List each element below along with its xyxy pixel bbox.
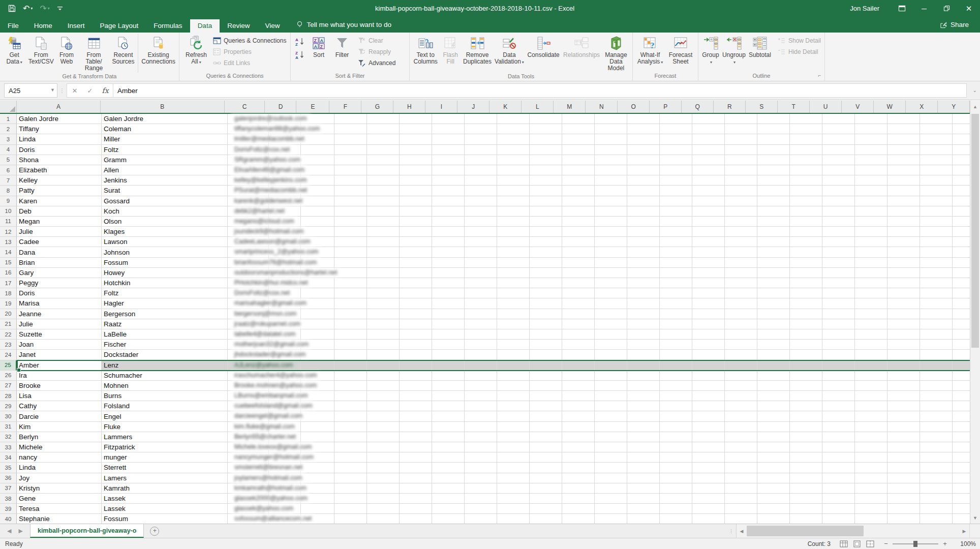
cell-H17[interactable] <box>400 278 432 288</box>
sort-descending-button[interactable]: ZA <box>294 49 306 60</box>
cell-T32[interactable] <box>790 432 822 442</box>
cell-N1[interactable] <box>595 114 627 124</box>
cell-R13[interactable] <box>725 237 757 247</box>
cell-N18[interactable] <box>595 288 627 298</box>
cell-F23[interactable] <box>334 340 367 350</box>
cell-W9[interactable] <box>887 196 920 206</box>
cell-L26[interactable] <box>530 371 562 381</box>
cell-H6[interactable] <box>400 165 432 175</box>
cell-W18[interactable] <box>887 288 920 298</box>
cell-B21[interactable]: Raatz <box>102 319 228 329</box>
cell-V13[interactable] <box>855 237 887 247</box>
cell-R30[interactable] <box>725 411 757 421</box>
cell-O4[interactable] <box>627 145 660 155</box>
cell-T21[interactable] <box>790 319 822 329</box>
cell-O19[interactable] <box>627 298 660 309</box>
cell-T10[interactable] <box>790 206 822 217</box>
ribbon-display-options-icon[interactable] <box>891 0 913 17</box>
cell-F17[interactable] <box>334 278 367 288</box>
cell-M5[interactable] <box>562 155 595 165</box>
cell-C13[interactable]: CadeeLawson@gmail.com <box>228 237 269 247</box>
cell-B11[interactable]: Olson <box>102 217 228 227</box>
cell-J20[interactable] <box>465 309 497 319</box>
cell-W23[interactable] <box>887 340 920 350</box>
row-header-3[interactable]: 3 <box>0 134 17 144</box>
row-header-33[interactable]: 33 <box>0 442 17 452</box>
status-count[interactable]: Count: 3 <box>808 540 831 547</box>
cell-A21[interactable]: Julie <box>17 319 102 329</box>
cell-M32[interactable] <box>562 432 595 442</box>
cell-O18[interactable] <box>627 288 660 298</box>
new-sheet-button[interactable]: + <box>144 524 165 538</box>
cell-L39[interactable] <box>530 504 562 514</box>
cell-M14[interactable] <box>562 247 595 257</box>
cell-J16[interactable] <box>465 268 497 278</box>
cell-L14[interactable] <box>530 247 562 257</box>
cell-T4[interactable] <box>790 145 822 155</box>
cell-I22[interactable] <box>432 329 465 340</box>
cell-T30[interactable] <box>790 411 822 421</box>
cell-V28[interactable] <box>855 391 887 401</box>
cell-M33[interactable] <box>562 442 595 452</box>
cell-B19[interactable]: Hagler <box>102 298 228 309</box>
cell-S2[interactable] <box>757 124 790 134</box>
cell-Q33[interactable] <box>692 442 725 452</box>
page-break-view-icon[interactable] <box>866 540 874 547</box>
cell-G4[interactable] <box>367 145 400 155</box>
cell-R28[interactable] <box>725 391 757 401</box>
cell-X29[interactable] <box>920 401 953 411</box>
row-header-40[interactable]: 40 <box>0 514 17 524</box>
cell-V18[interactable] <box>855 288 887 298</box>
cell-O40[interactable] <box>627 514 660 524</box>
cell-I10[interactable] <box>432 206 465 217</box>
row-header-11[interactable]: 11 <box>0 217 17 227</box>
cell-L17[interactable] <box>530 278 562 288</box>
cell-M11[interactable] <box>562 217 595 227</box>
cell-Y4[interactable] <box>953 145 970 155</box>
cell-Q21[interactable] <box>692 319 725 329</box>
column-header-V[interactable]: V <box>842 101 874 113</box>
cell-X15[interactable] <box>920 258 953 268</box>
cell-U27[interactable] <box>822 381 855 391</box>
cell-P20[interactable] <box>660 309 692 319</box>
cell-B31[interactable]: Fluke <box>102 422 228 432</box>
cell-V16[interactable] <box>855 268 887 278</box>
cell-H4[interactable] <box>400 145 432 155</box>
cell-B27[interactable]: Mohnen <box>102 381 228 391</box>
cell-J32[interactable] <box>465 432 497 442</box>
cell-F37[interactable] <box>334 483 367 494</box>
cell-G3[interactable] <box>367 134 400 144</box>
cell-N12[interactable] <box>595 227 627 237</box>
cell-O31[interactable] <box>627 422 660 432</box>
cell-A34[interactable]: nancy <box>17 452 102 463</box>
cell-A38[interactable]: Gene <box>17 494 102 504</box>
cell-H19[interactable] <box>400 298 432 309</box>
cell-K35[interactable] <box>497 463 530 473</box>
cell-A19[interactable]: Marisa <box>17 298 102 309</box>
column-header-K[interactable]: K <box>489 101 522 113</box>
cell-W21[interactable] <box>887 319 920 329</box>
cell-Y10[interactable] <box>953 206 970 217</box>
cell-W40[interactable] <box>887 514 920 524</box>
cell-W5[interactable] <box>887 155 920 165</box>
cell-Q5[interactable] <box>692 155 725 165</box>
cell-F21[interactable] <box>334 319 367 329</box>
row-header-29[interactable]: 29 <box>0 401 17 411</box>
cell-V2[interactable] <box>855 124 887 134</box>
cell-C12[interactable]: jsundeck9@hotmail.com <box>228 227 269 237</box>
cell-U23[interactable] <box>822 340 855 350</box>
cell-L3[interactable] <box>530 134 562 144</box>
cell-N8[interactable] <box>595 186 627 196</box>
cell-X37[interactable] <box>920 483 953 494</box>
cell-X27[interactable] <box>920 381 953 391</box>
cell-G24[interactable] <box>367 350 400 360</box>
cell-H18[interactable] <box>400 288 432 298</box>
cell-J17[interactable] <box>465 278 497 288</box>
cell-B26[interactable]: Schumacher <box>102 371 228 381</box>
cell-K30[interactable] <box>497 411 530 421</box>
cell-L16[interactable] <box>530 268 562 278</box>
cell-C20[interactable]: bergersonj@msn.com <box>228 309 269 319</box>
cell-B32[interactable]: Lammers <box>102 432 228 442</box>
cell-S18[interactable] <box>757 288 790 298</box>
cell-J40[interactable] <box>465 514 497 524</box>
